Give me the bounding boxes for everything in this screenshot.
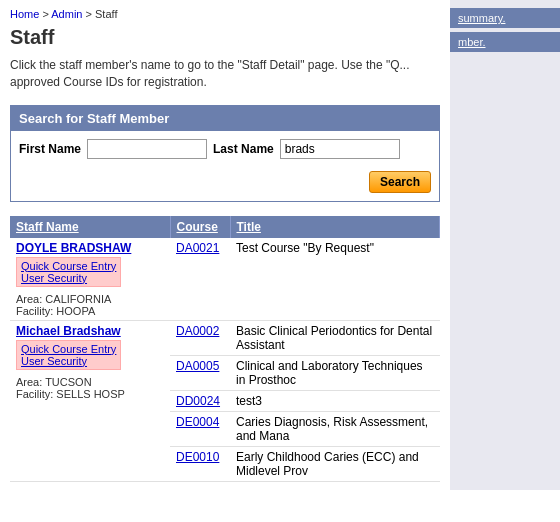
staff-name-doyle[interactable]: DOYLE BRADSHAW	[16, 241, 164, 255]
user-security-michael[interactable]: User Security	[21, 355, 116, 367]
breadcrumb: Home > Admin > Staff	[10, 8, 440, 20]
course-cell-da0002: DA0002	[170, 320, 230, 355]
table-row: DOYLE BRADSHAW Quick Course Entry User S…	[10, 238, 440, 321]
search-form: First Name Last Name	[11, 131, 439, 167]
quick-course-entry-doyle[interactable]: Quick Course Entry	[21, 260, 116, 272]
table-row: Michael Bradshaw Quick Course Entry User…	[10, 320, 440, 355]
area-info-michael: Area: TUCSONFacility: SELLS HOSP	[16, 376, 164, 400]
course-cell-de0010: DE0010	[170, 446, 230, 481]
sidebar-summary-link[interactable]: summary.	[450, 8, 560, 28]
page-title: Staff	[10, 26, 440, 49]
search-section: Search for Staff Member First Name Last …	[10, 105, 440, 202]
title-cell-da0005: Clinical and Laboratory Techniques in Pr…	[230, 355, 440, 390]
staff-cell-1: DOYLE BRADSHAW Quick Course Entry User S…	[10, 238, 170, 321]
search-header: Search for Staff Member	[11, 106, 439, 131]
course-link-de0004[interactable]: DE0004	[176, 415, 219, 429]
course-link-da0002[interactable]: DA0002	[176, 324, 219, 338]
quick-course-entry-michael[interactable]: Quick Course Entry	[21, 343, 116, 355]
course-cell-dd0024: DD0024	[170, 390, 230, 411]
title-cell-de0010: Early Childhood Caries (ECC) and Midleve…	[230, 446, 440, 481]
course-link-da0005[interactable]: DA0005	[176, 359, 219, 373]
quick-actions-doyle: Quick Course Entry User Security	[16, 257, 121, 287]
first-name-label: First Name	[19, 142, 81, 156]
col-staff-name-link[interactable]: Staff Name	[16, 220, 79, 234]
course-link-de0010[interactable]: DE0010	[176, 450, 219, 464]
search-button[interactable]: Search	[369, 171, 431, 193]
last-name-label: Last Name	[213, 142, 274, 156]
breadcrumb-current: Staff	[95, 8, 117, 20]
title-cell-dd0024: test3	[230, 390, 440, 411]
course-link-dd0024[interactable]: DD0024	[176, 394, 220, 408]
col-staff-name: Staff Name	[10, 216, 170, 238]
first-name-input[interactable]	[87, 139, 207, 159]
area-info-doyle: Area: CALIFORNIAFacility: HOOPA	[16, 293, 164, 317]
page-description: Click the staff member's name to go to t…	[10, 57, 440, 91]
title-cell-da0002: Basic Clinical Periodontics for Dental A…	[230, 320, 440, 355]
last-name-input[interactable]	[280, 139, 400, 159]
course-cell-da0021: DA0021	[170, 238, 230, 321]
sidebar-member-link[interactable]: mber.	[450, 32, 560, 52]
col-course: Course	[170, 216, 230, 238]
staff-name-michael[interactable]: Michael Bradshaw	[16, 324, 164, 338]
breadcrumb-home[interactable]: Home	[10, 8, 39, 20]
results-table: Staff Name Course Title DOYLE BRADSHAW	[10, 216, 440, 482]
user-security-doyle[interactable]: User Security	[21, 272, 116, 284]
quick-actions-michael: Quick Course Entry User Security	[16, 340, 121, 370]
title-cell-da0021: Test Course "By Request"	[230, 238, 440, 321]
course-cell-da0005: DA0005	[170, 355, 230, 390]
right-sidebar: summary. mber.	[450, 0, 560, 490]
course-link-da0021[interactable]: DA0021	[176, 241, 219, 255]
col-title: Title	[230, 216, 440, 238]
col-title-link[interactable]: Title	[237, 220, 261, 234]
title-cell-de0004: Caries Diagnosis, Risk Assessment, and M…	[230, 411, 440, 446]
course-cell-de0004: DE0004	[170, 411, 230, 446]
staff-cell-michael: Michael Bradshaw Quick Course Entry User…	[10, 320, 170, 481]
col-course-link[interactable]: Course	[177, 220, 218, 234]
breadcrumb-admin[interactable]: Admin	[51, 8, 82, 20]
